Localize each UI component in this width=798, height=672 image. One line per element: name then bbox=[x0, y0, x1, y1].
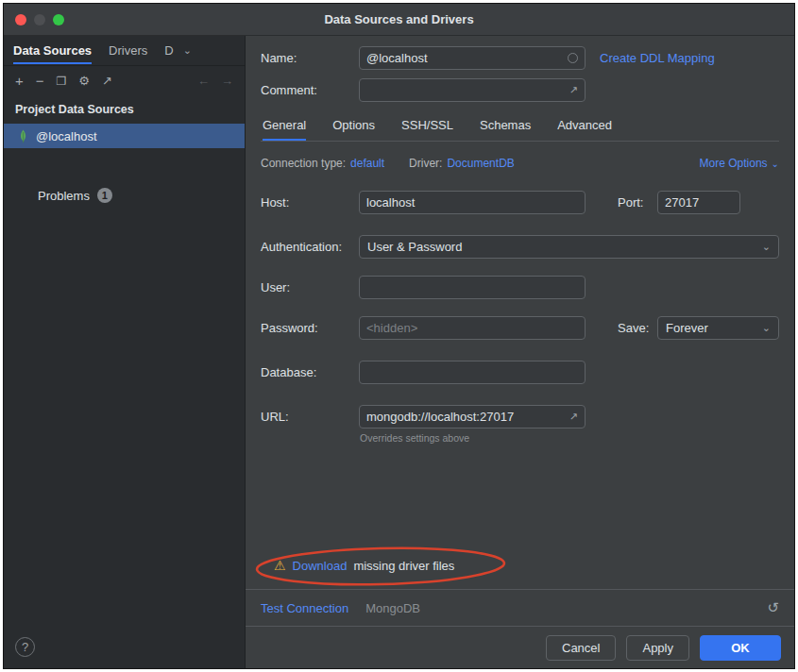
database-input[interactable] bbox=[366, 365, 578, 379]
authentication-row: Authentication: User & Password ⌄ bbox=[261, 235, 779, 259]
save-select[interactable]: Forever ⌄ bbox=[657, 316, 779, 340]
tab-ddl[interactable]: D bbox=[164, 37, 173, 64]
expand-icon[interactable]: ↗ bbox=[569, 411, 578, 423]
driver-label: Driver: bbox=[409, 157, 442, 170]
chevron-down-icon: ⌄ bbox=[762, 241, 771, 253]
cancel-button[interactable]: Cancel bbox=[546, 635, 616, 661]
database-field[interactable] bbox=[359, 361, 586, 384]
more-options-link[interactable]: More Options ⌄ bbox=[700, 157, 779, 170]
loading-ring-icon bbox=[568, 53, 578, 63]
duplicate-icon[interactable]: ❐ bbox=[57, 76, 67, 87]
url-row: URL: ↗ Overrides settings above bbox=[261, 405, 779, 444]
warning-triangle-icon: ⚠ bbox=[274, 558, 286, 573]
problems-count-badge: 1 bbox=[97, 188, 112, 203]
host-field[interactable] bbox=[359, 191, 586, 214]
user-input[interactable] bbox=[366, 280, 578, 294]
database-row: Database: bbox=[261, 361, 779, 384]
user-label: User: bbox=[261, 280, 359, 294]
back-arrow-icon[interactable]: ← bbox=[197, 75, 210, 87]
comment-label: Comment: bbox=[261, 83, 359, 97]
save-label: Save: bbox=[618, 321, 657, 335]
tab-options[interactable]: Options bbox=[332, 118, 375, 141]
host-input[interactable] bbox=[366, 195, 578, 210]
chevron-down-icon: ⌄ bbox=[762, 322, 771, 334]
connection-type-value-link[interactable]: default bbox=[350, 157, 384, 170]
database-label: Database: bbox=[261, 365, 359, 379]
port-field[interactable] bbox=[657, 191, 740, 214]
url-field[interactable]: ↗ bbox=[359, 405, 586, 428]
name-field[interactable] bbox=[359, 46, 586, 70]
test-connection-bar: Test Connection MongoDB ↺ bbox=[246, 589, 794, 626]
main-panel: Name: Create DDL Mapping Comment: ↗ bbox=[246, 36, 794, 668]
window-title: Data Sources and Drivers bbox=[4, 12, 794, 26]
comment-input[interactable] bbox=[366, 83, 564, 97]
driver-value-link[interactable]: DocumentDB bbox=[447, 157, 514, 170]
port-input[interactable] bbox=[665, 195, 733, 210]
user-row: User: bbox=[261, 276, 779, 299]
apply-button[interactable]: Apply bbox=[626, 635, 689, 661]
authentication-select[interactable]: User & Password ⌄ bbox=[359, 235, 779, 259]
tab-advanced[interactable]: Advanced bbox=[557, 118, 612, 141]
help-button[interactable]: ? bbox=[15, 637, 35, 657]
connection-type-label: Connection type: bbox=[261, 157, 346, 170]
ok-button[interactable]: OK bbox=[700, 635, 781, 661]
datasource-item-localhost[interactable]: @localhost bbox=[4, 124, 245, 148]
password-field[interactable] bbox=[359, 316, 586, 340]
more-options-label: More Options bbox=[700, 157, 768, 170]
url-input[interactable] bbox=[366, 410, 564, 424]
user-field[interactable] bbox=[359, 276, 586, 299]
expand-icon[interactable]: ↗ bbox=[569, 84, 578, 96]
save-value: Forever bbox=[666, 321, 708, 335]
password-row: Password: Save: Forever ⌄ bbox=[261, 316, 779, 340]
download-driver-link[interactable]: Download bbox=[293, 559, 348, 573]
settings-tabs: General Options SSH/SSL Schemas Advanced bbox=[261, 118, 779, 142]
remove-icon[interactable]: − bbox=[36, 74, 44, 88]
missing-driver-warning: ⚠ Download missing driver files bbox=[264, 553, 464, 578]
connection-type-row: Connection type: default Driver: Documen… bbox=[261, 157, 779, 170]
sidebar-tabs: Data Sources Drivers D ⌄ bbox=[4, 36, 245, 66]
port-label: Port: bbox=[618, 195, 657, 210]
chevron-down-icon: ⌄ bbox=[772, 159, 779, 169]
warning-text: missing driver files bbox=[353, 559, 454, 573]
tab-ssh-ssl[interactable]: SSH/SSL bbox=[401, 118, 453, 141]
tab-drivers[interactable]: Drivers bbox=[109, 37, 147, 64]
comment-row: Comment: ↗ bbox=[261, 78, 779, 102]
add-icon[interactable]: + bbox=[15, 74, 24, 88]
name-row: Name: Create DDL Mapping bbox=[261, 46, 779, 70]
host-label: Host: bbox=[261, 195, 359, 210]
password-input[interactable] bbox=[366, 321, 578, 335]
name-input[interactable] bbox=[366, 51, 562, 65]
mongodb-leaf-icon bbox=[17, 129, 29, 143]
url-hint: Overrides settings above bbox=[360, 432, 586, 444]
url-label: URL: bbox=[261, 410, 359, 424]
open-in-new-icon[interactable]: ↗ bbox=[102, 75, 112, 87]
name-label: Name: bbox=[261, 51, 359, 65]
test-connection-link[interactable]: Test Connection bbox=[261, 601, 348, 615]
titlebar: Data Sources and Drivers bbox=[4, 4, 794, 36]
driver-name-text: MongoDB bbox=[365, 601, 420, 615]
host-row: Host: Port: bbox=[261, 191, 779, 214]
settings-gear-icon[interactable]: ⚙ bbox=[78, 75, 90, 87]
tab-schemas[interactable]: Schemas bbox=[480, 118, 531, 141]
password-label: Password: bbox=[261, 321, 359, 335]
sidebar-footer: ? bbox=[4, 626, 245, 668]
tab-data-sources[interactable]: Data Sources bbox=[13, 37, 92, 64]
tab-general[interactable]: General bbox=[263, 118, 306, 141]
create-ddl-mapping-link[interactable]: Create DDL Mapping bbox=[600, 51, 715, 65]
revert-icon[interactable]: ↺ bbox=[767, 599, 779, 616]
authentication-label: Authentication: bbox=[261, 240, 359, 254]
comment-field[interactable]: ↗ bbox=[359, 78, 586, 102]
chevron-down-icon[interactable]: ⌄ bbox=[183, 44, 192, 57]
authentication-value: User & Password bbox=[367, 240, 462, 254]
dialog-footer: Cancel Apply OK bbox=[246, 626, 794, 668]
sidebar: Data Sources Drivers D ⌄ + − ❐ ⚙ ↗ ← → P… bbox=[4, 36, 246, 668]
datasource-item-label: @localhost bbox=[36, 129, 97, 143]
data-sources-dialog: Data Sources and Drivers Data Sources Dr… bbox=[3, 3, 795, 669]
problems-item[interactable]: Problems 1 bbox=[4, 188, 245, 203]
project-data-sources-header: Project Data Sources bbox=[4, 93, 245, 124]
sidebar-toolbar: + − ❐ ⚙ ↗ ← → bbox=[4, 66, 245, 93]
forward-arrow-icon[interactable]: → bbox=[221, 75, 233, 87]
problems-label: Problems bbox=[38, 189, 90, 203]
